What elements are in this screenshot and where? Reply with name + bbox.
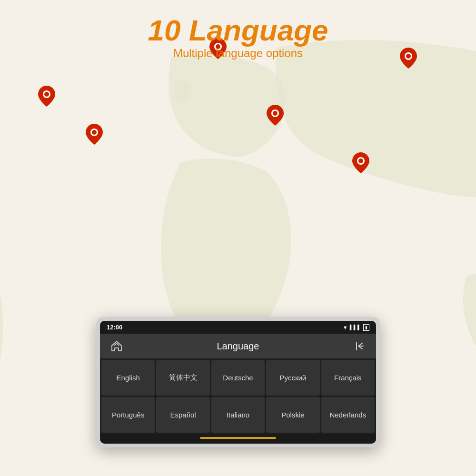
svg-point-7 <box>92 130 97 135</box>
map-pin-6 <box>352 152 369 173</box>
app-header: Language <box>100 334 376 358</box>
svg-point-1 <box>44 92 49 97</box>
signal-icon: ▌▌▌ <box>350 325 361 330</box>
status-time: 12:00 <box>107 324 122 331</box>
header-section: 10 Language Multiple language options <box>0 14 476 60</box>
home-button[interactable] <box>100 334 133 358</box>
lang-italian[interactable]: Italiano <box>211 397 265 433</box>
home-icon <box>110 339 123 353</box>
screen-title: Language <box>133 341 343 352</box>
status-icons: ▼ ▌▌▌ ▮ <box>343 324 369 331</box>
back-icon <box>353 339 366 353</box>
lang-portuguese[interactable]: Português <box>101 397 155 433</box>
pin-icon-1 <box>38 86 55 107</box>
wifi-icon: ▼ <box>343 325 348 330</box>
yellow-indicator <box>200 437 276 439</box>
svg-point-11 <box>358 159 363 163</box>
bottom-bar <box>100 434 376 444</box>
pin-icon-6 <box>352 152 369 173</box>
lang-dutch[interactable]: Nederlands <box>321 397 375 433</box>
battery-icon: ▮ <box>363 324 369 331</box>
map-pin-4 <box>86 124 103 145</box>
lang-chinese[interactable]: 简体中文 <box>156 360 209 396</box>
map-pin-5 <box>267 105 284 126</box>
lang-polish[interactable]: Polskie <box>266 397 319 433</box>
lang-french[interactable]: Français <box>321 360 375 396</box>
svg-point-9 <box>273 111 278 116</box>
status-bar: 12:00 ▼ ▌▌▌ ▮ <box>100 321 376 334</box>
pin-icon-4 <box>86 124 103 145</box>
device-wrapper: 12:00 ▼ ▌▌▌ ▮ Language <box>96 317 380 447</box>
back-button[interactable] <box>343 334 376 358</box>
main-subtitle: Multiple language options <box>0 47 476 60</box>
lang-spanish[interactable]: Español <box>156 397 209 433</box>
lang-deutsche[interactable]: Deutsche <box>211 360 265 396</box>
lang-english[interactable]: English <box>101 360 155 396</box>
map-pin-1 <box>38 86 55 107</box>
device-outer: 12:00 ▼ ▌▌▌ ▮ Language <box>96 317 380 447</box>
main-title: 10 Language <box>0 14 476 47</box>
lang-russian[interactable]: Русский <box>266 360 319 396</box>
pin-icon-5 <box>267 105 284 126</box>
device-screen: 12:00 ▼ ▌▌▌ ▮ Language <box>100 321 376 444</box>
language-grid: English 简体中文 Deutsche Русский Français P… <box>100 358 376 434</box>
